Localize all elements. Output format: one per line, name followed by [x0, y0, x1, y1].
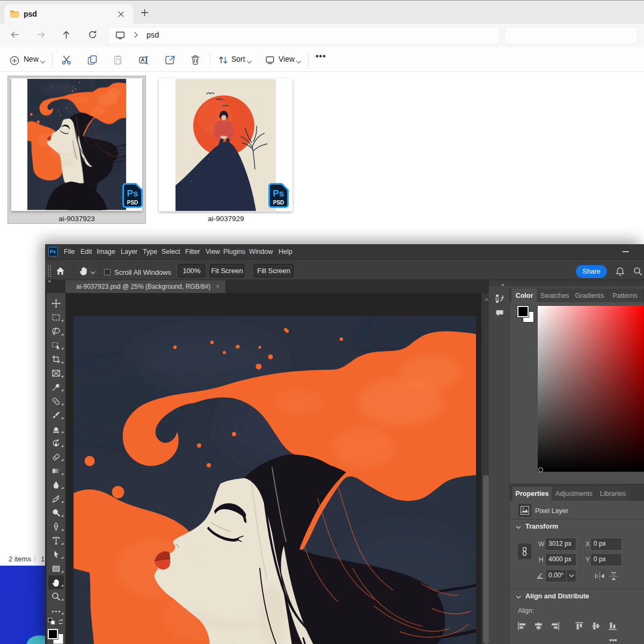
svg-text:PSD: PSD [127, 200, 138, 206]
svg-text:Ps: Ps [273, 188, 284, 199]
svg-text:PSD: PSD [273, 200, 284, 206]
svg-text:Ps: Ps [127, 188, 138, 199]
